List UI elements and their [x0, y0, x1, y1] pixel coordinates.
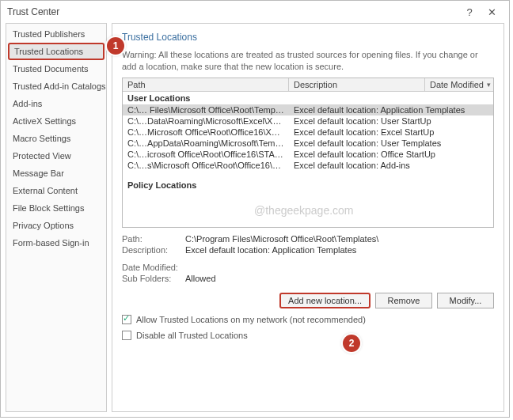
detail-subfolders-value: Allowed [185, 274, 494, 283]
titlebar: Trust Center ? ✕ [1, 1, 509, 23]
table-header: Path Description Date Modified [123, 78, 493, 92]
allow-network-checkbox[interactable] [122, 315, 131, 324]
disable-all-label: Disable all Trusted Locations [136, 331, 248, 340]
cell-desc: Excel default location: Office StartUp [289, 149, 493, 159]
sidebar-item-macro-settings[interactable]: Macro Settings [6, 130, 106, 147]
group-user-locations: User Locations [123, 92, 493, 104]
detail-desc-label: Description: [122, 245, 185, 255]
disable-all-row[interactable]: Disable all Trusted Locations [122, 331, 494, 340]
sidebar-item-form-based-signin[interactable]: Form-based Sign-in [6, 234, 106, 252]
cell-desc: Excel default location: Add-ins [289, 161, 493, 170]
locations-table: Path Description Date Modified User Loca… [122, 78, 494, 228]
remove-button[interactable]: Remove [375, 293, 432, 308]
trust-center-dialog: Trust Center ? ✕ Trusted Publishers Trus… [0, 0, 510, 418]
dialog-title: Trust Center [7, 6, 59, 17]
sidebar: Trusted Publishers Trusted Locations Tru… [6, 23, 107, 412]
detail-path-value: C:\Program Files\Microsoft Office\Root\T… [185, 234, 494, 244]
table-row[interactable]: C:\…s\Microsoft Office\Root\Office16\Lib… [123, 160, 493, 171]
disable-all-checkbox[interactable] [122, 331, 131, 340]
cell-path: C:\…Data\Roaming\Microsoft\Excel\XLSTART… [123, 116, 289, 126]
sidebar-item-privacy-options[interactable]: Privacy Options [6, 217, 106, 234]
detail-path-label: Path: [122, 234, 185, 244]
cell-path: C:\…icrosoft Office\Root\Office16\STARTU… [123, 149, 289, 159]
sidebar-item-message-bar[interactable]: Message Bar [6, 165, 106, 182]
cell-desc: Excel default location: User StartUp [289, 116, 493, 126]
close-button[interactable]: ✕ [481, 6, 503, 18]
col-date-label: Date Modified [430, 80, 484, 89]
help-button[interactable]: ? [458, 6, 481, 18]
add-new-location-button[interactable]: Add new location... [279, 293, 370, 308]
sidebar-item-external-content[interactable]: External Content [6, 182, 106, 199]
table-row[interactable]: C:\…Data\Roaming\Microsoft\Excel\XLSTART… [123, 115, 493, 127]
cell-desc: Excel default location: Excel StartUp [289, 127, 493, 137]
table-row[interactable]: C:\…Microsoft Office\Root\Office16\XLSTA… [123, 127, 493, 138]
col-description[interactable]: Description [289, 78, 425, 91]
cell-desc: Excel default location: User Templates [289, 138, 493, 148]
sidebar-item-trusted-publishers[interactable]: Trusted Publishers [6, 25, 106, 43]
allow-network-label: Allow Trusted Locations on my network (n… [136, 315, 366, 324]
warning-text: Warning: All these locations are treated… [122, 49, 494, 73]
detail-date-label: Date Modified: [122, 263, 185, 272]
cell-path: C:\… Files\Microsoft Office\Root\Templat… [123, 105, 289, 115]
cell-desc: Excel default location: Application Temp… [289, 105, 493, 115]
details-pane: Path: C:\Program Files\Microsoft Office\… [122, 234, 494, 285]
sidebar-item-activex-settings[interactable]: ActiveX Settings [6, 112, 106, 130]
table-row[interactable]: C:\…AppData\Roaming\Microsoft\Templates\… [123, 138, 493, 149]
sidebar-item-file-block-settings[interactable]: File Block Settings [6, 199, 106, 217]
sidebar-item-protected-view[interactable]: Protected View [6, 147, 106, 165]
cell-path: C:\…s\Microsoft Office\Root\Office16\Lib… [123, 161, 289, 170]
col-path[interactable]: Path [123, 78, 289, 91]
sidebar-item-addins[interactable]: Add-ins [6, 95, 106, 112]
col-date-modified[interactable]: Date Modified [425, 78, 493, 91]
content-pane: Trusted Locations Warning: All these loc… [112, 23, 504, 412]
section-title: Trusted Locations [122, 32, 494, 43]
detail-date-value [185, 263, 494, 272]
modify-button[interactable]: Modify... [437, 293, 494, 308]
button-row: Add new location... Remove Modify... [122, 293, 494, 308]
sidebar-item-trusted-documents[interactable]: Trusted Documents [6, 60, 106, 78]
detail-desc-value: Excel default location: Application Temp… [185, 245, 494, 255]
table-row[interactable]: C:\…icrosoft Office\Root\Office16\STARTU… [123, 149, 493, 160]
table-row[interactable]: C:\… Files\Microsoft Office\Root\Templat… [123, 104, 493, 115]
group-policy-locations: Policy Locations [123, 179, 493, 191]
cell-path: C:\…Microsoft Office\Root\Office16\XLSTA… [123, 127, 289, 137]
allow-network-row[interactable]: Allow Trusted Locations on my network (n… [122, 315, 494, 324]
sidebar-item-trusted-locations[interactable]: Trusted Locations [8, 43, 104, 60]
detail-subfolders-label: Sub Folders: [122, 274, 185, 283]
cell-path: C:\…AppData\Roaming\Microsoft\Templates\ [123, 138, 289, 148]
sidebar-item-trusted-addin-catalogs[interactable]: Trusted Add-in Catalogs [6, 78, 106, 95]
